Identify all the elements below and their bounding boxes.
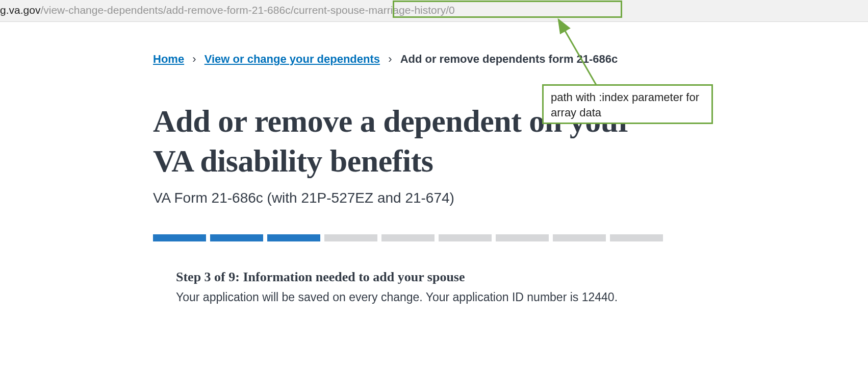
breadcrumb-current: Add or remove dependents form 21-686c (400, 53, 618, 65)
breadcrumb-separator: › (192, 53, 196, 66)
url-path: /view-change-dependents/add-remove-form-… (40, 4, 454, 16)
progress-segment (496, 234, 549, 241)
progress-segment (439, 234, 492, 241)
progress-segment (153, 234, 206, 241)
page-subtitle: VA Form 21-686c (with 21P-527EZ and 21-6… (153, 190, 663, 206)
annotation-label: path with :index parameter for array dat… (542, 84, 713, 124)
progress-segment (610, 234, 663, 241)
progress-segment (324, 234, 377, 241)
url-domain: g.va.gov (0, 4, 40, 16)
main-content: Home › View or change your dependents › … (0, 22, 663, 347)
breadcrumb: Home › View or change your dependents › … (153, 53, 663, 66)
progress-segment (210, 234, 263, 241)
breadcrumb-home-link[interactable]: Home (153, 53, 184, 65)
url-bar[interactable]: g.va.gov/view-change-dependents/add-remo… (0, 0, 868, 22)
step-section: Step 3 of 9: Information needed to add y… (153, 270, 663, 306)
progress-segment (381, 234, 435, 241)
breadcrumb-separator: › (388, 53, 392, 66)
progress-segment (267, 234, 320, 241)
step-title: Step 3 of 9: Information needed to add y… (176, 270, 663, 285)
progress-segment (553, 234, 606, 241)
breadcrumb-dependents-link[interactable]: View or change your dependents (205, 53, 380, 65)
progress-bar (153, 234, 663, 241)
annotation-label-text: path with :index parameter for array dat… (551, 91, 699, 119)
step-description: Your application will be saved on every … (176, 289, 663, 306)
